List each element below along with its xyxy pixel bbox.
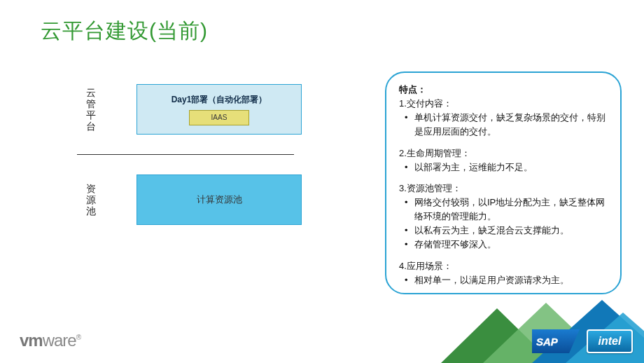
sec3-list: 网络交付较弱，以IP地址分配为主，缺乏整体网络环境的管理能力。 以私有云为主，缺… (399, 196, 610, 252)
page-title: 云平台建设(当前) (41, 17, 208, 46)
sec3-title: 3.资源池管理： (399, 182, 610, 196)
cloud-mgmt-row: 云管平台 Day1部署（自动化部署） IAAS (84, 84, 322, 135)
slide: { "title": "云平台建设(当前)", "diagram": { "se… (0, 0, 644, 363)
sec1-list: 单机计算资源交付，缺乏复杂场景的交付，特别是应用层面的交付。 (399, 111, 610, 139)
intel-logo: intel (587, 329, 633, 353)
sec4-title: 4.应用场景： (399, 259, 610, 273)
sec4-list: 相对单一，以满足用户资源请求为主。 (399, 273, 610, 287)
features-heading: 特点： (399, 83, 610, 97)
cloud-mgmt-label: 云管平台 (84, 87, 98, 132)
day1-deploy-title: Day1部署（自动化部署） (172, 94, 267, 106)
compute-pool-box: 计算资源池 (136, 174, 302, 225)
list-item: 网络交付较弱，以IP地址分配为主，缺乏整体网络环境的管理能力。 (399, 196, 610, 224)
list-item: 单机计算资源交付，缺乏复杂场景的交付，特别是应用层面的交付。 (399, 111, 610, 139)
resource-pool-label: 资源池 (84, 183, 98, 217)
list-item: 以部署为主，运维能力不足。 (399, 160, 610, 174)
sec1-title: 1.交付内容： (399, 97, 610, 111)
sec2-list: 以部署为主，运维能力不足。 (399, 160, 610, 174)
separator-line (77, 154, 294, 155)
sec2-title: 2.生命周期管理： (399, 146, 610, 160)
architecture-diagram: 云管平台 Day1部署（自动化部署） IAAS 资源池 计算资源池 (84, 84, 322, 225)
list-item: 相对单一，以满足用户资源请求为主。 (399, 273, 610, 287)
list-item: 存储管理不够深入。 (399, 238, 610, 252)
list-item: 以私有云为主，缺乏混合云支撑能力。 (399, 224, 610, 238)
features-panel: 特点： 1.交付内容： 单机计算资源交付，缺乏复杂场景的交付，特别是应用层面的交… (385, 71, 622, 294)
resource-pool-row: 资源池 计算资源池 (84, 174, 322, 225)
vmware-logo: vmware® (20, 331, 80, 350)
iaas-box: IAAS (189, 110, 249, 125)
day1-deploy-box: Day1部署（自动化部署） IAAS (136, 84, 302, 135)
